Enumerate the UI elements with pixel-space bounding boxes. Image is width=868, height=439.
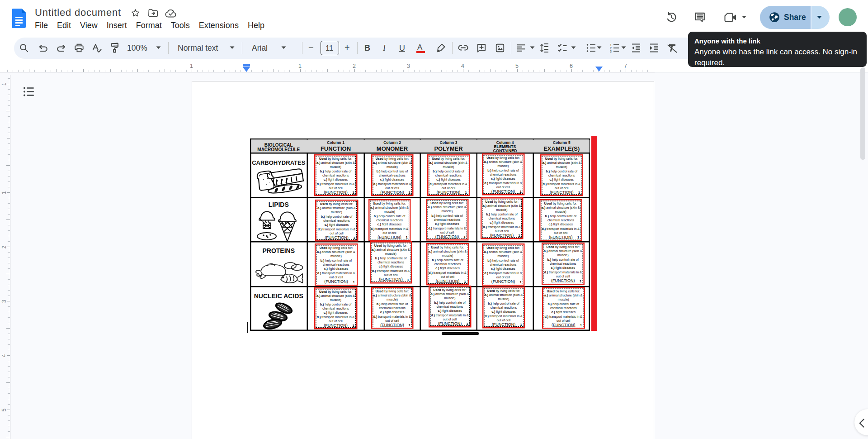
svg-text:2: 2 [610,47,612,50]
svg-text:1: 1 [610,43,612,47]
svg-text:3: 3 [610,50,612,52]
